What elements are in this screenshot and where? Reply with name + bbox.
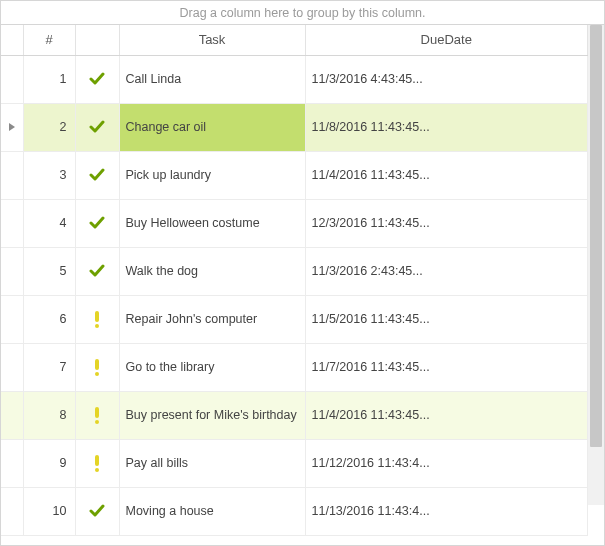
row-indicator [1, 55, 23, 103]
cell-number[interactable]: 4 [23, 199, 75, 247]
header-task[interactable]: Task [119, 25, 305, 55]
cell-number[interactable]: 7 [23, 343, 75, 391]
cell-duedate[interactable]: 11/3/2016 4:43:45... [305, 55, 588, 103]
exclamation-icon [76, 310, 119, 328]
cell-task[interactable]: Change car oil [119, 103, 305, 151]
row-indicator [1, 295, 23, 343]
cell-task[interactable]: Pay all bills [119, 439, 305, 487]
group-by-panel[interactable]: Drag a column here to group by this colu… [1, 1, 604, 25]
svg-rect-4 [95, 407, 99, 418]
grid-table: # Task DueDate 1Call Linda11/3/2016 4:43… [1, 25, 588, 536]
cell-duedate[interactable]: 11/7/2016 11:43:45... [305, 343, 588, 391]
header-row: # Task DueDate [1, 25, 588, 55]
cell-status[interactable] [75, 487, 119, 535]
header-indicator[interactable] [1, 25, 23, 55]
cell-number[interactable]: 2 [23, 103, 75, 151]
row-indicator [1, 391, 23, 439]
scrollbar-thumb[interactable] [590, 25, 602, 447]
cell-task[interactable]: Call Linda [119, 55, 305, 103]
cell-task[interactable]: Moving a house [119, 487, 305, 535]
table-row[interactable]: 8Buy present for Mike's birthday11/4/201… [1, 391, 588, 439]
cell-task[interactable]: Repair John's computer [119, 295, 305, 343]
cell-status[interactable] [75, 103, 119, 151]
header-status[interactable] [75, 25, 119, 55]
scrollbar-track[interactable] [588, 25, 604, 505]
vertical-scrollbar[interactable] [588, 25, 604, 545]
row-indicator [1, 103, 23, 151]
cell-duedate[interactable]: 11/5/2016 11:43:45... [305, 295, 588, 343]
cell-duedate[interactable]: 12/3/2016 11:43:45... [305, 199, 588, 247]
exclamation-icon [76, 406, 119, 424]
cell-number[interactable]: 8 [23, 391, 75, 439]
exclamation-icon [76, 358, 119, 376]
cell-status[interactable] [75, 247, 119, 295]
cell-number[interactable]: 3 [23, 151, 75, 199]
table-row[interactable]: 2Change car oil11/8/2016 11:43:45... [1, 103, 588, 151]
cell-task[interactable]: Buy Helloween costume [119, 199, 305, 247]
cell-status[interactable] [75, 199, 119, 247]
table-row[interactable]: 3Pick up laundry11/4/2016 11:43:45... [1, 151, 588, 199]
check-icon [76, 71, 119, 87]
row-indicator [1, 439, 23, 487]
row-indicator-arrow-icon [1, 122, 23, 132]
table-row[interactable]: 10Moving a house11/13/2016 11:43:4... [1, 487, 588, 535]
cell-number[interactable]: 10 [23, 487, 75, 535]
check-icon [76, 119, 119, 135]
cell-status[interactable] [75, 391, 119, 439]
row-indicator [1, 487, 23, 535]
table-row[interactable]: 6Repair John's computer11/5/2016 11:43:4… [1, 295, 588, 343]
check-icon [76, 167, 119, 183]
cell-status[interactable] [75, 439, 119, 487]
scrollbar-gap [588, 505, 604, 545]
table-row[interactable]: 9Pay all bills11/12/2016 11:43:4... [1, 439, 588, 487]
svg-rect-2 [95, 359, 99, 370]
table-row[interactable]: 1Call Linda11/3/2016 4:43:45... [1, 55, 588, 103]
cell-task[interactable]: Buy present for Mike's birthday [119, 391, 305, 439]
cell-task[interactable]: Go to the library [119, 343, 305, 391]
svg-point-1 [95, 324, 99, 328]
header-duedate[interactable]: DueDate [305, 25, 588, 55]
cell-task[interactable]: Walk the dog [119, 247, 305, 295]
table-row[interactable]: 7Go to the library11/7/2016 11:43:45... [1, 343, 588, 391]
svg-point-7 [95, 468, 99, 472]
cell-task[interactable]: Pick up laundry [119, 151, 305, 199]
data-grid: Drag a column here to group by this colu… [0, 0, 605, 546]
row-indicator [1, 247, 23, 295]
table-row[interactable]: 4Buy Helloween costume12/3/2016 11:43:45… [1, 199, 588, 247]
cell-number[interactable]: 9 [23, 439, 75, 487]
cell-duedate[interactable]: 11/13/2016 11:43:4... [305, 487, 588, 535]
svg-rect-0 [95, 311, 99, 322]
cell-number[interactable]: 6 [23, 295, 75, 343]
grid-content: # Task DueDate 1Call Linda11/3/2016 4:43… [1, 25, 604, 545]
cell-duedate[interactable]: 11/4/2016 11:43:45... [305, 151, 588, 199]
svg-point-5 [95, 420, 99, 424]
cell-duedate[interactable]: 11/3/2016 2:43:45... [305, 247, 588, 295]
cell-duedate[interactable]: 11/4/2016 11:43:45... [305, 391, 588, 439]
header-number[interactable]: # [23, 25, 75, 55]
cell-status[interactable] [75, 55, 119, 103]
check-icon [76, 503, 119, 519]
check-icon [76, 215, 119, 231]
check-icon [76, 263, 119, 279]
svg-rect-6 [95, 455, 99, 466]
svg-point-3 [95, 372, 99, 376]
cell-status[interactable] [75, 295, 119, 343]
grid-scroll-view: # Task DueDate 1Call Linda11/3/2016 4:43… [1, 25, 588, 545]
table-row[interactable]: 5Walk the dog11/3/2016 2:43:45... [1, 247, 588, 295]
cell-duedate[interactable]: 11/12/2016 11:43:4... [305, 439, 588, 487]
exclamation-icon [76, 454, 119, 472]
row-indicator [1, 343, 23, 391]
cell-status[interactable] [75, 151, 119, 199]
row-indicator [1, 151, 23, 199]
row-indicator [1, 199, 23, 247]
cell-status[interactable] [75, 343, 119, 391]
cell-duedate[interactable]: 11/8/2016 11:43:45... [305, 103, 588, 151]
cell-number[interactable]: 1 [23, 55, 75, 103]
cell-number[interactable]: 5 [23, 247, 75, 295]
